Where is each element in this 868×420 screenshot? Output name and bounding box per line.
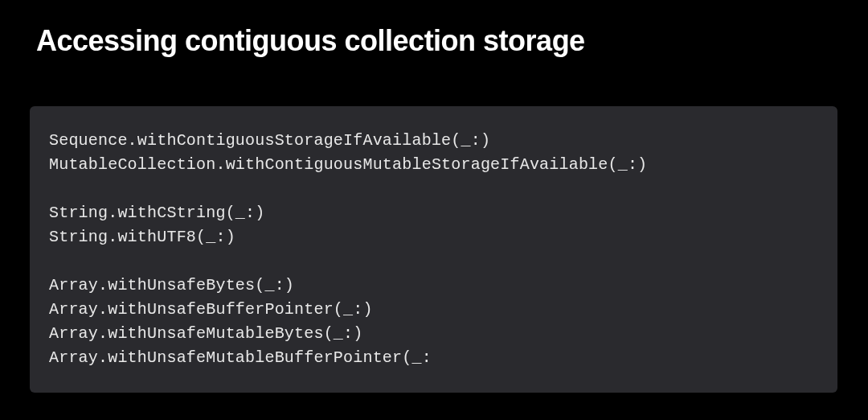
code-line: Array.withUnsafeBufferPointer(_:) <box>49 298 818 322</box>
code-group-sequence: Sequence.withContiguousStorageIfAvailabl… <box>49 129 818 177</box>
slide: Accessing contiguous collection storage … <box>0 0 868 420</box>
code-line: String.withCString(_:) <box>49 201 818 225</box>
code-group-string: String.withCString(_:) String.withUTF8(_… <box>49 201 818 249</box>
code-line: String.withUTF8(_:) <box>49 225 818 249</box>
code-group-array: Array.withUnsafeBytes(_:) Array.withUnsa… <box>49 274 818 370</box>
code-line: Array.withUnsafeMutableBytes(_:) <box>49 322 818 346</box>
code-line: Array.withUnsafeBytes(_:) <box>49 274 818 298</box>
code-line: Sequence.withContiguousStorageIfAvailabl… <box>49 129 818 153</box>
slide-title: Accessing contiguous collection storage <box>36 24 832 58</box>
code-line: MutableCollection.withContiguousMutableS… <box>49 153 818 177</box>
code-line: Array.withUnsafeMutableBufferPointer(_: <box>49 346 818 370</box>
code-block: Sequence.withContiguousStorageIfAvailabl… <box>30 106 837 393</box>
